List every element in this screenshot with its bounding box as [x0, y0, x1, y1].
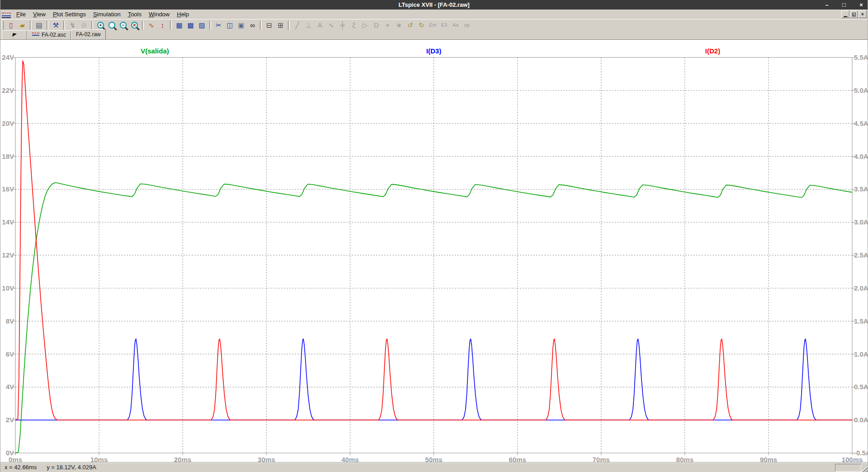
paste-button[interactable]: ▣: [236, 20, 247, 30]
cascade-windows-button[interactable]: ▩: [185, 20, 196, 30]
cursor-arrow-icon: ◤: [12, 32, 17, 38]
undo-zoom-button-icon: ✕: [131, 22, 138, 29]
zoom-out-button[interactable]: −: [118, 20, 129, 30]
find-button[interactable]: ∞: [247, 20, 258, 30]
resistor-button[interactable]: ∿: [326, 20, 337, 30]
status-bar: x = 42.66ms y = 18.12V, 4.029A: [0, 462, 868, 472]
cut-button[interactable]: ✂: [213, 20, 224, 30]
open-file-button[interactable]: ▰: [17, 20, 28, 30]
toolbar-grip: [1, 21, 4, 30]
menu-item-help[interactable]: Help: [173, 10, 193, 19]
print-button[interactable]: ⊟: [264, 20, 275, 30]
run-button[interactable]: ↯: [67, 20, 78, 30]
zoom-full-extents-button[interactable]: [106, 20, 118, 30]
mirror-button[interactable]: Em: [427, 20, 439, 30]
toolbar-separator: [30, 21, 32, 30]
ground-button[interactable]: ⊥: [303, 20, 314, 30]
capacitor-button[interactable]: ╪: [337, 20, 348, 30]
menu-item-window[interactable]: Window: [145, 10, 173, 19]
trace-label-v-salida-[interactable]: V(salida): [141, 47, 169, 55]
window-minimize-button[interactable]: –: [823, 1, 830, 8]
waveform-mini-icon: [32, 32, 39, 38]
spice-directive-button[interactable]: op: [461, 20, 472, 30]
mdi-minimize-button[interactable]: ▁: [841, 10, 849, 18]
copy-button-icon: ◫: [226, 22, 233, 29]
menu-item-plot-settings[interactable]: Plot Settings: [49, 10, 90, 19]
new-schematic-button[interactable]: ▯: [5, 20, 17, 30]
redo-button[interactable]: ↻: [416, 20, 427, 30]
halt-button[interactable]: ⊘: [78, 20, 90, 30]
paste-button-icon: ▣: [238, 22, 244, 29]
y-axis-left-tick-label: 24V: [0, 53, 14, 62]
open-file-button-icon: ▰: [20, 22, 25, 29]
y-axis-left-tick-label: 22V: [0, 86, 14, 95]
print-button-icon: ⊟: [266, 22, 272, 29]
tile-windows-button[interactable]: ▦: [174, 20, 185, 30]
inductor-button[interactable]: ξ: [348, 20, 359, 30]
move-button[interactable]: ⌖: [382, 20, 393, 30]
rotate-button[interactable]: E3: [439, 20, 450, 30]
trace-label-i-d3-[interactable]: I(D3): [426, 47, 441, 55]
toolbar-separator: [142, 21, 144, 30]
mdi-restore-button[interactable]: ◱: [850, 10, 858, 18]
tab-pointer[interactable]: ◤: [2, 30, 27, 39]
cut-button-icon: ✂: [216, 22, 222, 29]
undo-zoom-button[interactable]: ✕: [129, 20, 140, 30]
toolbar-separator: [91, 21, 93, 30]
window-close-button[interactable]: ×: [858, 1, 865, 8]
plot-settings-button[interactable]: ∿: [146, 20, 157, 30]
y-axis-left-tick-label: 8V: [0, 317, 14, 325]
toolbar-separator: [63, 21, 65, 30]
y-axis-right-tick-label: 5.5A: [854, 53, 868, 62]
new-schematic-button-icon: ▯: [9, 22, 13, 29]
drag-button[interactable]: ∗: [393, 20, 405, 30]
component-button[interactable]: D: [371, 20, 382, 30]
waveform-plot-pane[interactable]: V(salida)I(D3)I(D2)24V22V20V18V16V14V12V…: [0, 39, 868, 462]
toolbar-separator: [170, 21, 172, 30]
menu-item-tools[interactable]: Tools: [124, 10, 145, 19]
component-button-icon: D: [374, 22, 379, 29]
arrange-icons-button[interactable]: ▨: [196, 20, 208, 30]
diode-button[interactable]: ▷: [359, 20, 371, 30]
mdi-close-button[interactable]: ×: [859, 10, 867, 18]
mdi-controls: ▁◱×: [841, 10, 867, 18]
menu-item-file[interactable]: File: [13, 10, 29, 19]
zoom-in-button[interactable]: +: [95, 20, 106, 30]
menu-item-view[interactable]: View: [29, 10, 49, 19]
autorange-y-axis-button[interactable]: ↕: [157, 20, 168, 30]
tab-label: FA-02.raw: [76, 31, 101, 38]
draw-wire-button[interactable]: ╱: [292, 20, 303, 30]
tile-windows-button-icon: ▦: [176, 22, 182, 29]
window-maximize-button[interactable]: □: [840, 1, 848, 8]
toolbar-separator: [260, 21, 262, 30]
tab-label: FA-02.asc: [42, 32, 66, 38]
redo-button-icon: ↻: [419, 22, 425, 29]
print-preview-button[interactable]: ⊞: [275, 20, 286, 30]
spice-directive-button-icon: op: [464, 22, 469, 29]
tab-fa-02.asc[interactable]: FA-02.asc: [27, 30, 71, 39]
y-axis-right-tick-label: 2.0A: [854, 284, 868, 292]
menu-item-simulation[interactable]: Simulation: [90, 10, 124, 19]
y-axis-right-tick-label: 4.5A: [854, 119, 868, 128]
y-axis-right-tick-label: 0.5A: [854, 383, 868, 391]
undo-button[interactable]: ↺: [405, 20, 416, 30]
tab-bar: ◤FA-02.ascFA-02.raw: [0, 30, 868, 39]
capacitor-button-icon: ╪: [340, 22, 345, 29]
copy-button[interactable]: ◫: [224, 20, 236, 30]
plot-canvas: [0, 40, 868, 462]
tab-fa-02.raw[interactable]: FA-02.raw: [71, 29, 106, 39]
trace-label-i-d2-[interactable]: I(D2): [705, 47, 720, 55]
arrange-icons-button-icon: ▨: [198, 22, 205, 29]
ground-button-icon: ⊥: [306, 22, 311, 29]
status-field: [835, 464, 861, 472]
inductor-button-icon: ξ: [352, 22, 355, 29]
y-axis-left-tick-label: 20V: [0, 119, 14, 128]
label-net-button-icon: A: [317, 22, 322, 29]
control-panel-hammer-button[interactable]: ⚒: [50, 20, 61, 30]
cursor-x-readout: x = 42.66ms: [5, 464, 37, 471]
cascade-windows-button-icon: ▩: [187, 22, 193, 29]
save-button[interactable]: ▤: [33, 20, 45, 30]
resize-grip-icon[interactable]: [861, 465, 868, 472]
text-button[interactable]: Aa: [450, 20, 461, 30]
label-net-button[interactable]: A: [314, 20, 326, 30]
